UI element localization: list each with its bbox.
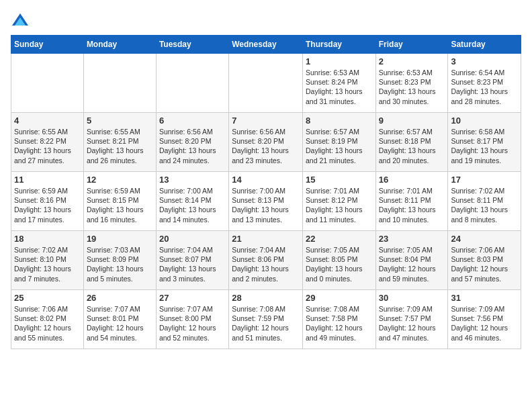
calendar-day-cell: 9Sunrise: 6:57 AM Sunset: 8:18 PM Daylig…	[375, 113, 448, 172]
calendar-day-cell: 17Sunrise: 7:02 AM Sunset: 8:11 PM Dayli…	[448, 172, 521, 231]
calendar-day-cell: 23Sunrise: 7:05 AM Sunset: 8:04 PM Dayli…	[375, 231, 448, 290]
calendar-day-cell: 3Sunrise: 6:54 AM Sunset: 8:23 PM Daylig…	[448, 54, 521, 113]
day-number: 5	[87, 116, 153, 126]
day-info: Sunrise: 6:53 AM Sunset: 8:23 PM Dayligh…	[379, 68, 445, 106]
day-number: 9	[379, 116, 445, 126]
day-info: Sunrise: 6:53 AM Sunset: 8:24 PM Dayligh…	[306, 68, 373, 106]
day-info: Sunrise: 7:01 AM Sunset: 8:11 PM Dayligh…	[379, 186, 445, 224]
weekday-header-friday: Friday	[375, 36, 448, 54]
day-info: Sunrise: 7:04 AM Sunset: 8:07 PM Dayligh…	[159, 245, 226, 283]
calendar-day-cell: 21Sunrise: 7:04 AM Sunset: 8:06 PM Dayli…	[229, 231, 303, 290]
calendar-day-cell: 19Sunrise: 7:03 AM Sunset: 8:09 PM Dayli…	[83, 231, 156, 290]
day-number: 21	[232, 234, 300, 244]
calendar-day-cell: 7Sunrise: 6:56 AM Sunset: 8:20 PM Daylig…	[229, 113, 303, 172]
day-info: Sunrise: 6:57 AM Sunset: 8:19 PM Dayligh…	[306, 127, 373, 165]
calendar-table: SundayMondayTuesdayWednesdayThursdayFrid…	[11, 35, 521, 349]
calendar-day-cell	[229, 54, 303, 113]
calendar-day-cell	[156, 54, 228, 113]
day-info: Sunrise: 7:06 AM Sunset: 8:03 PM Dayligh…	[451, 245, 518, 283]
day-number: 20	[159, 234, 226, 244]
calendar-day-cell: 26Sunrise: 7:07 AM Sunset: 8:01 PM Dayli…	[83, 290, 156, 349]
calendar-day-cell: 30Sunrise: 7:09 AM Sunset: 7:57 PM Dayli…	[375, 290, 448, 349]
day-info: Sunrise: 6:59 AM Sunset: 8:16 PM Dayligh…	[14, 186, 81, 224]
weekday-header-wednesday: Wednesday	[229, 36, 303, 54]
calendar-day-cell: 11Sunrise: 6:59 AM Sunset: 8:16 PM Dayli…	[11, 172, 84, 231]
day-number: 24	[451, 234, 518, 244]
day-number: 3	[451, 56, 518, 66]
weekday-header-saturday: Saturday	[448, 36, 521, 54]
calendar-week-row: 11Sunrise: 6:59 AM Sunset: 8:16 PM Dayli…	[11, 172, 521, 231]
calendar-day-cell: 31Sunrise: 7:09 AM Sunset: 7:56 PM Dayli…	[448, 290, 521, 349]
calendar-day-cell: 20Sunrise: 7:04 AM Sunset: 8:07 PM Dayli…	[156, 231, 228, 290]
day-number: 29	[306, 293, 373, 303]
day-number: 12	[87, 175, 153, 185]
calendar-day-cell: 28Sunrise: 7:08 AM Sunset: 7:59 PM Dayli…	[229, 290, 303, 349]
day-info: Sunrise: 7:09 AM Sunset: 7:57 PM Dayligh…	[379, 304, 445, 342]
calendar-day-cell: 6Sunrise: 6:56 AM Sunset: 8:20 PM Daylig…	[156, 113, 228, 172]
day-number: 28	[232, 293, 300, 303]
calendar-day-cell: 18Sunrise: 7:02 AM Sunset: 8:10 PM Dayli…	[11, 231, 84, 290]
calendar-day-cell: 24Sunrise: 7:06 AM Sunset: 8:03 PM Dayli…	[448, 231, 521, 290]
page-header	[11, 11, 521, 30]
day-info: Sunrise: 7:05 AM Sunset: 8:04 PM Dayligh…	[379, 245, 445, 283]
calendar-day-cell: 27Sunrise: 7:07 AM Sunset: 8:00 PM Dayli…	[156, 290, 228, 349]
calendar-day-cell: 29Sunrise: 7:08 AM Sunset: 7:58 PM Dayli…	[302, 290, 375, 349]
day-info: Sunrise: 7:02 AM Sunset: 8:10 PM Dayligh…	[14, 245, 81, 283]
day-info: Sunrise: 6:56 AM Sunset: 8:20 PM Dayligh…	[159, 127, 226, 165]
day-number: 19	[87, 234, 153, 244]
day-info: Sunrise: 6:56 AM Sunset: 8:20 PM Dayligh…	[232, 127, 300, 165]
calendar-day-cell: 16Sunrise: 7:01 AM Sunset: 8:11 PM Dayli…	[375, 172, 448, 231]
calendar-day-cell: 2Sunrise: 6:53 AM Sunset: 8:23 PM Daylig…	[375, 54, 448, 113]
day-number: 2	[379, 56, 445, 66]
calendar-day-cell: 5Sunrise: 6:55 AM Sunset: 8:21 PM Daylig…	[83, 113, 156, 172]
calendar-day-cell: 12Sunrise: 6:59 AM Sunset: 8:15 PM Dayli…	[83, 172, 156, 231]
day-number: 17	[451, 175, 518, 185]
day-number: 6	[159, 116, 226, 126]
day-number: 18	[14, 234, 81, 244]
day-number: 10	[451, 116, 518, 126]
day-number: 7	[232, 116, 300, 126]
weekday-header-thursday: Thursday	[302, 36, 375, 54]
day-info: Sunrise: 6:59 AM Sunset: 8:15 PM Dayligh…	[87, 186, 153, 224]
logo-icon	[11, 11, 30, 30]
calendar-day-cell: 15Sunrise: 7:01 AM Sunset: 8:12 PM Dayli…	[302, 172, 375, 231]
calendar-day-cell: 25Sunrise: 7:06 AM Sunset: 8:02 PM Dayli…	[11, 290, 84, 349]
day-info: Sunrise: 7:02 AM Sunset: 8:11 PM Dayligh…	[451, 186, 518, 224]
weekday-header-row: SundayMondayTuesdayWednesdayThursdayFrid…	[11, 36, 521, 54]
day-info: Sunrise: 7:08 AM Sunset: 7:58 PM Dayligh…	[306, 304, 373, 342]
day-info: Sunrise: 7:00 AM Sunset: 8:13 PM Dayligh…	[232, 186, 300, 224]
calendar-week-row: 4Sunrise: 6:55 AM Sunset: 8:22 PM Daylig…	[11, 113, 521, 172]
day-info: Sunrise: 6:58 AM Sunset: 8:17 PM Dayligh…	[451, 127, 518, 165]
calendar-week-row: 25Sunrise: 7:06 AM Sunset: 8:02 PM Dayli…	[11, 290, 521, 349]
day-number: 22	[306, 234, 373, 244]
day-info: Sunrise: 7:00 AM Sunset: 8:14 PM Dayligh…	[159, 186, 226, 224]
day-info: Sunrise: 7:04 AM Sunset: 8:06 PM Dayligh…	[232, 245, 300, 283]
calendar-day-cell: 1Sunrise: 6:53 AM Sunset: 8:24 PM Daylig…	[302, 54, 375, 113]
day-info: Sunrise: 6:54 AM Sunset: 8:23 PM Dayligh…	[451, 68, 518, 106]
day-number: 31	[451, 293, 518, 303]
day-number: 1	[306, 56, 373, 66]
day-number: 25	[14, 293, 81, 303]
day-info: Sunrise: 6:55 AM Sunset: 8:21 PM Dayligh…	[87, 127, 153, 165]
weekday-header-tuesday: Tuesday	[156, 36, 228, 54]
day-number: 16	[379, 175, 445, 185]
calendar-day-cell: 22Sunrise: 7:05 AM Sunset: 8:05 PM Dayli…	[302, 231, 375, 290]
calendar-week-row: 18Sunrise: 7:02 AM Sunset: 8:10 PM Dayli…	[11, 231, 521, 290]
day-number: 11	[14, 175, 81, 185]
day-number: 4	[14, 116, 81, 126]
day-number: 13	[159, 175, 226, 185]
day-info: Sunrise: 7:03 AM Sunset: 8:09 PM Dayligh…	[87, 245, 153, 283]
day-info: Sunrise: 7:01 AM Sunset: 8:12 PM Dayligh…	[306, 186, 373, 224]
day-info: Sunrise: 7:05 AM Sunset: 8:05 PM Dayligh…	[306, 245, 373, 283]
day-number: 23	[379, 234, 445, 244]
weekday-header-monday: Monday	[83, 36, 156, 54]
day-number: 26	[87, 293, 153, 303]
day-info: Sunrise: 7:07 AM Sunset: 8:01 PM Dayligh…	[87, 304, 153, 342]
weekday-header-sunday: Sunday	[11, 36, 84, 54]
day-number: 27	[159, 293, 226, 303]
day-number: 14	[232, 175, 300, 185]
day-number: 15	[306, 175, 373, 185]
logo	[11, 11, 32, 30]
day-info: Sunrise: 6:57 AM Sunset: 8:18 PM Dayligh…	[379, 127, 445, 165]
day-info: Sunrise: 6:55 AM Sunset: 8:22 PM Dayligh…	[14, 127, 81, 165]
